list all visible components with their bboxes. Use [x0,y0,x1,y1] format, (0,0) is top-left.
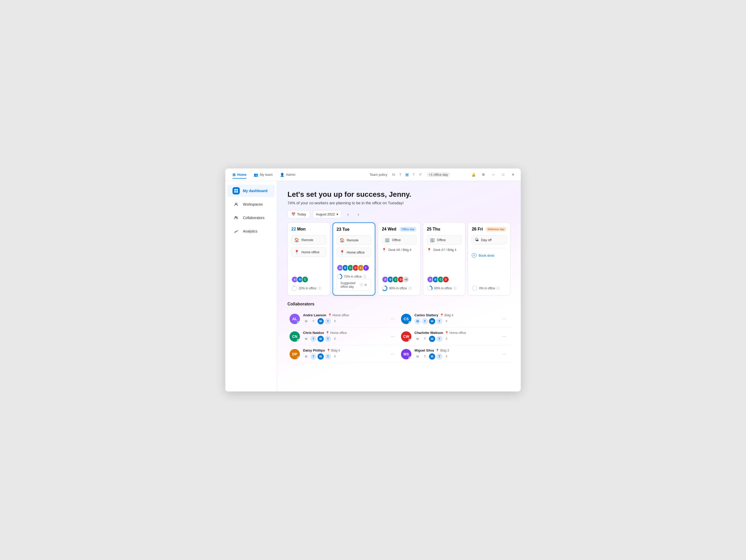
calendar-nav: 📅 Today August 2022 ▾ ‹ › [277,210,521,218]
more-button-carlos[interactable]: ⋯ [500,315,508,322]
pin-icon: 📍 [445,331,449,335]
day-f: F [332,353,338,360]
pin-icon: 📍 [382,248,386,252]
suggested-close-button[interactable]: ✕ [364,283,367,287]
title-bar: ⊞ Home 👥 My team 👤 Admin Team policy M T… [225,169,521,181]
day-card-wed: 24 Wed Office day 🏢 Office 📍 Desk A8 / B… [378,222,421,296]
sidebar-collaborators-label: Collaborators [243,216,264,220]
pin-icon: 📍 [340,250,345,255]
pin-icon: 📍 [427,248,431,252]
location-remote-tue[interactable]: 🏠 Remote [337,235,371,245]
day-card-tue: 23 Tue 🏠 Remote 📍 Home office A [333,222,376,296]
avatars-wed: A B C D +4 [382,276,417,283]
suggested-info-icon[interactable]: ⓘ [360,283,363,287]
notification-button[interactable]: 🔔 [470,171,477,178]
avatar-more: +4 [403,276,409,283]
day-header-tue: 23 Tue [337,227,371,232]
day-t2: T [325,353,331,360]
day-t2: T [325,336,331,342]
suggested-label: Suggested office day [341,281,360,288]
collab-days-andre: M T W T F [303,318,385,324]
online-indicator [408,357,411,359]
day-t: T [310,353,316,360]
location-remote-mon[interactable]: 🏠 Remote [291,235,326,245]
day-num-thu: 25 [427,227,432,231]
settings-button[interactable]: ⚙ [480,171,487,178]
minimize-button[interactable]: ─ [490,171,497,178]
today-button[interactable]: 📅 Today [287,210,310,218]
collab-name-chris: Chris Naidoo [303,331,324,335]
dayoff-label-fri: Day off [481,238,491,242]
home-icon: 🏠 [340,238,345,243]
svg-rect-0 [234,189,236,191]
day-num-mon: 22 [291,227,296,231]
info-icon[interactable]: ⓘ [408,286,412,291]
sidebar-item-collaborators[interactable]: Collaborators [227,212,275,224]
avatar: C [302,276,309,283]
prev-arrow[interactable]: ‹ [344,211,352,218]
collab-info-miguel: Miguel Silva 📍Bldg 3 M T W T F [414,348,497,360]
location-dayoff-fri[interactable]: 🌤 Day off [472,235,507,245]
info-icon[interactable]: ⓘ [363,275,366,279]
day-t2: T [436,318,442,324]
more-button-chris[interactable]: ⋯ [389,333,397,340]
location-homeoffice-tue[interactable]: 📍 Home office [337,248,371,257]
pin-icon: 📍 [435,349,439,352]
hero-section: Let's set you up for success, Jenny. 74%… [277,181,521,210]
day-m: M [303,353,309,360]
day-name-mon: Mon [297,227,306,231]
day-t: T [422,336,428,342]
svg-rect-1 [236,189,238,191]
info-icon[interactable]: ⓘ [497,286,500,291]
sidebar-item-dashboard[interactable]: My dashboard [227,185,275,197]
pin-icon: 📍 [440,313,444,317]
policy-day-t1: T [398,173,403,176]
policy-day-t2: T [411,173,416,176]
info-icon[interactable]: ⓘ [318,286,321,291]
policy-extra: +1 office day [427,172,450,177]
tab-myteam[interactable]: 👥 My team [251,171,276,178]
close-button[interactable]: ✕ [509,171,517,178]
location-office-thu[interactable]: 🏢 Office [427,235,462,245]
sidebar-item-workspaces[interactable]: Workspaces [227,198,275,211]
collab-item-miguel: MS Miguel Silva 📍Bldg 3 M [399,345,510,363]
sidebar-analytics-label: Analytics [243,229,257,233]
next-arrow[interactable]: › [354,211,362,218]
tab-admin[interactable]: 👤 Admin [277,171,298,178]
month-selector[interactable]: August 2022 ▾ [313,210,342,218]
policy-days: M T W T F [391,173,423,176]
day-t2: T [325,318,331,324]
chevron-down-icon: ▾ [337,212,338,216]
collab-info-carlos: Carlos Slattery 📍Bldg 4 M T W T F [414,313,497,324]
day-card-thu: 25 Thu 🏢 Office 📍 Desk A7 / Bldg 4 [423,222,465,296]
workspaces-icon [232,201,240,208]
online-indicator [297,339,299,341]
office-pct-tue: 70% in office ⓘ [337,274,371,279]
maximize-button[interactable]: □ [499,171,507,178]
more-button-daisy[interactable]: ⋯ [389,351,397,358]
tab-home[interactable]: ⊞ Home [229,171,250,178]
desk-label-thu: Desk A7 / Bldg 4 [433,248,456,252]
sidebar-item-analytics[interactable]: Analytics [227,225,275,237]
location-homeoffice-mon[interactable]: 📍 Home office [291,247,326,257]
pct-text-tue: 70% in office [344,275,362,278]
collab-loc-carlos: 📍Bldg 4 [440,313,453,317]
book-desk-fri[interactable]: + Book desk [472,252,507,259]
collaborators-icon [232,214,240,221]
collab-name-miguel: Miguel Silva [414,348,434,352]
analytics-icon [232,228,240,235]
info-icon[interactable]: ⓘ [453,286,456,291]
more-button-charlotte[interactable]: ⋯ [500,333,508,340]
building-icon: 🏢 [385,237,390,243]
location-office-wed[interactable]: 🏢 Office [382,235,417,245]
avatar: D [442,276,449,283]
svg-rect-3 [236,191,238,193]
pin-icon: 📍 [294,250,299,255]
more-button-andre[interactable]: ⋯ [389,315,397,322]
collaborators-title: Collaborators [287,302,510,306]
day-f: F [443,336,450,342]
more-button-miguel[interactable]: ⋯ [500,351,508,358]
desk-info-wed: 📍 Desk A8 / Bldg 4 [382,248,417,252]
collab-days-carlos: M T W T F [414,318,497,324]
office-label-wed: Office [392,238,401,242]
